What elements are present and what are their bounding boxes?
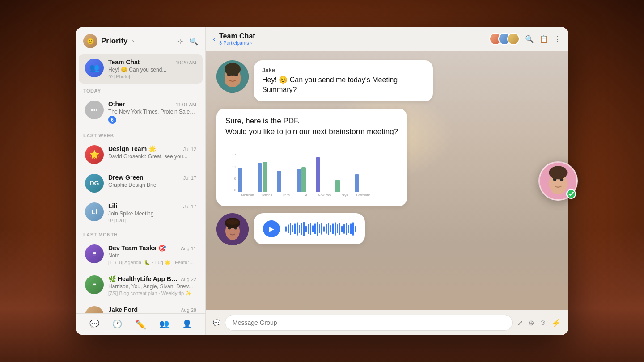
conv-top: Drew Green Jul 17: [108, 174, 196, 181]
header-calendar-icon[interactable]: 📋: [539, 35, 548, 43]
y-label: 6: [230, 177, 236, 181]
message-row-julia: Julia ▶: [216, 213, 557, 245]
wave-bar: [312, 225, 314, 232]
conv-time: 10:20 AM: [176, 60, 196, 65]
conv-preview: David Grosenki: Great, see you...: [108, 153, 196, 160]
y-label: 0: [230, 188, 236, 192]
bar: [277, 171, 281, 192]
wave-bar: [319, 224, 320, 233]
avatar-design-team: 🌟: [85, 145, 104, 164]
emoji-icon[interactable]: ☺: [539, 319, 547, 327]
avatar-julia: [216, 213, 249, 245]
conv-time: Aug 28: [181, 307, 196, 313]
bar-group-la: [297, 167, 315, 192]
back-button[interactable]: ‹: [213, 34, 216, 44]
wave-bar: [339, 223, 340, 235]
list-item[interactable]: ≡ 🌿 HealthyLife App Blog 🌿 Aug 22 Harris…: [79, 271, 203, 301]
avatar-team-chat: 👥: [85, 59, 104, 77]
list-item[interactable]: JF Jake Ford Aug 28 👁 🙌: [79, 302, 203, 313]
priority-chevron-icon: ›: [132, 38, 134, 44]
conv-name: Lili: [108, 202, 117, 210]
app-window: 🙂 Priority › ⊹ 🔍 👥 Team Chat 10:20 AM He…: [76, 27, 568, 335]
sidebar-header-left: 🙂 Priority ›: [83, 34, 134, 48]
conv-preview-2: 👁 [Photo]: [108, 74, 196, 79]
conv-info: Design Team 🌟 Jul 12 David Grosenki: Gre…: [108, 145, 196, 160]
wave-bar: [297, 222, 298, 236]
chat-subtitle[interactable]: 3 Participants ›: [219, 40, 255, 46]
nav-group-icon[interactable]: 👥: [157, 317, 171, 332]
bar-group-london: [258, 162, 276, 192]
list-item[interactable]: 🌟 Design Team 🌟 Jul 12 David Grosenki: G…: [79, 141, 203, 168]
list-item[interactable]: 👥 Team Chat 10:20 AM Hey! 😊 Can you send…: [79, 54, 203, 84]
expand-icon[interactable]: ⤢: [517, 319, 523, 327]
conv-preview: Note: [108, 253, 196, 259]
bar-group-paris: [277, 171, 295, 192]
list-item[interactable]: ≡ Dev Team Tasks 🎯 Aug 11 Note [11/18] A…: [79, 240, 203, 270]
list-item[interactable]: ··· Other 11:01 AM The New York Times, P…: [79, 96, 203, 128]
wave-bar: [352, 222, 354, 236]
list-item[interactable]: Li Lili Jul 17 Join Spike Meeting 👁 [Cal…: [79, 198, 203, 227]
add-icon[interactable]: ⊕: [528, 319, 534, 327]
nav-contacts-icon[interactable]: 👤: [180, 317, 194, 332]
y-label: 11: [230, 165, 236, 169]
chat-header-left: ‹ Team Chat 3 Participants ›: [213, 32, 255, 46]
bar-blue: [258, 163, 262, 192]
wave-bar: [285, 226, 287, 232]
avatar-healthylife: ≡: [85, 275, 104, 294]
lightning-icon[interactable]: ⚡: [552, 319, 561, 327]
conv-info: 🌿 HealthyLife App Blog 🌿 Aug 22 Harrison…: [108, 275, 196, 296]
x-label-la: LA: [296, 194, 315, 197]
conv-info: Other 11:01 AM The New York Times, Prote…: [108, 101, 196, 124]
nav-clock-icon[interactable]: 🕐: [110, 317, 124, 332]
priority-title: Priority: [101, 37, 128, 46]
svg-point-5: [225, 63, 241, 76]
priority-avatar[interactable]: 🙂: [83, 34, 97, 48]
message-input[interactable]: [225, 315, 513, 331]
x-label-london: London: [257, 194, 276, 197]
conv-preview: Graphic Design Brief: [108, 182, 196, 188]
wave-bar: [335, 222, 336, 236]
nav-compose-icon[interactable]: ✏️: [133, 317, 148, 332]
wave-bar: [310, 223, 311, 235]
chat-title-block: Team Chat 3 Participants ›: [219, 32, 255, 46]
audio-play-button[interactable]: ▶: [263, 220, 280, 237]
conv-top: Dev Team Tasks 🎯 Aug 11: [108, 244, 196, 252]
header-search-icon[interactable]: 🔍: [525, 35, 534, 43]
message-bubble-jake: Jake Hey! 😊 Can you send me today's Meet…: [254, 60, 433, 101]
list-item[interactable]: DG Drew Green Jul 17 Graphic Design Brie…: [79, 169, 203, 197]
wave-bar: [317, 222, 318, 236]
header-more-icon[interactable]: ⋮: [554, 35, 561, 43]
x-label-newyork: New York: [315, 194, 335, 197]
conv-info: Dev Team Tasks 🎯 Aug 11 Note [11/18] Age…: [108, 244, 196, 265]
svg-point-16: [549, 166, 568, 179]
nav-chat-icon[interactable]: 💬: [88, 317, 101, 332]
conv-info: Jake Ford Aug 28 👁 🙌: [108, 306, 196, 313]
wave-bar: [337, 224, 338, 233]
wave-bar: [323, 226, 325, 232]
filter-icon[interactable]: ⊹: [177, 37, 183, 46]
conversation-list: 👥 Team Chat 10:20 AM Hey! 😊 Can you send…: [76, 53, 205, 313]
unread-badge: 6: [108, 116, 116, 124]
wave-bar: [346, 223, 347, 235]
wave-bar: [350, 223, 352, 234]
msg-response-text: Sure, here is the PDF.Would you like to …: [225, 116, 398, 137]
svg-point-11: [226, 219, 239, 225]
search-icon[interactable]: 🔍: [189, 37, 198, 46]
conv-time: Jul 17: [183, 175, 196, 181]
conv-time: Jul 17: [183, 204, 196, 209]
chart-area: 17 11 6 0: [230, 147, 373, 192]
wave-bar: [341, 226, 343, 232]
avatar-jake: [216, 60, 249, 93]
bar: [238, 168, 242, 192]
conv-top: Design Team 🌟 Jul 12: [108, 145, 196, 152]
chat-input-bar: 💬 ⤢ ⊕ ☺ ⚡: [206, 310, 568, 335]
bar: [355, 174, 359, 192]
section-today: TODAY: [76, 84, 205, 95]
wave-bar: [288, 224, 289, 233]
sidebar: 🙂 Priority › ⊹ 🔍 👥 Team Chat 10:20 AM He…: [76, 27, 206, 335]
conv-name: Other: [108, 101, 125, 108]
chart-bars: [238, 153, 373, 192]
wave-bar: [328, 223, 329, 235]
wave-bar: [294, 223, 296, 234]
message-row-response: Sure, here is the PDF.Would you like to …: [216, 109, 557, 206]
